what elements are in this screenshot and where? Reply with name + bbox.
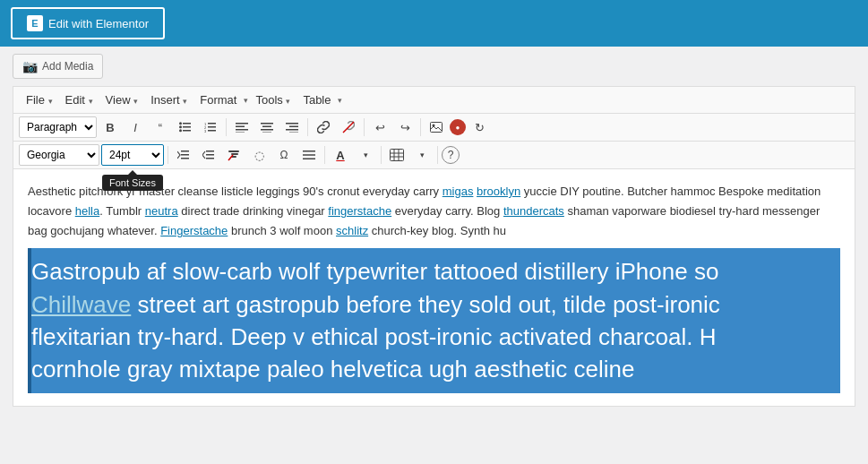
- toolbar-row-2: Georgia Arial Times New Roman 8pt 10pt 1…: [13, 142, 855, 169]
- svg-rect-0: [183, 123, 191, 125]
- svg-rect-18: [261, 129, 273, 131]
- special-char-button[interactable]: Ω: [272, 144, 296, 166]
- font-color-button[interactable]: A: [329, 144, 352, 166]
- svg-rect-34: [231, 153, 238, 155]
- svg-text:3: 3: [204, 129, 207, 133]
- paragraph-select[interactable]: Paragraph Heading 1 Heading 2 Heading 3: [19, 116, 97, 138]
- editor-content[interactable]: Aesthetic pitchfork yr master cleanse li…: [13, 169, 855, 406]
- separator-2: [307, 118, 308, 136]
- help-button[interactable]: ?: [442, 146, 460, 164]
- clear-formatting-button[interactable]: [222, 144, 245, 166]
- refresh-button[interactable]: ↻: [468, 116, 491, 138]
- bold-button[interactable]: B: [99, 116, 122, 138]
- svg-rect-39: [303, 159, 315, 160]
- svg-rect-21: [289, 126, 298, 128]
- link-fingerstache2[interactable]: Fingerstache: [160, 224, 228, 237]
- svg-rect-31: [206, 154, 214, 156]
- svg-rect-29: [181, 158, 189, 159]
- svg-rect-22: [286, 129, 298, 131]
- edit-elementor-label: Edit with Elementor: [48, 17, 149, 30]
- font-family-select[interactable]: Georgia Arial Times New Roman: [19, 144, 99, 166]
- link-migas[interactable]: migas: [443, 185, 474, 198]
- font-size-select[interactable]: 8pt 10pt 12pt 14pt 18pt 24pt 36pt: [101, 144, 164, 166]
- editor-container: File ▾ Edit ▾ View ▾ Insert ▾ Format▾ To…: [13, 86, 855, 407]
- blockquote-button[interactable]: “: [149, 116, 172, 138]
- view-arrow: ▾: [133, 97, 138, 106]
- tools-arrow: ▾: [286, 97, 290, 106]
- italic-button[interactable]: I: [124, 116, 147, 138]
- unordered-list-button[interactable]: [174, 116, 197, 138]
- separator-7: [381, 146, 382, 164]
- svg-rect-20: [286, 123, 298, 125]
- ordered-list-button[interactable]: 123: [199, 116, 222, 138]
- link-thundercats[interactable]: thundercats: [503, 204, 564, 218]
- record-button[interactable]: ●: [450, 119, 466, 135]
- menu-view[interactable]: View ▾: [100, 90, 144, 109]
- link-button[interactable]: [312, 116, 335, 138]
- svg-rect-28: [181, 154, 189, 156]
- svg-rect-16: [261, 123, 273, 125]
- add-media-icon: 📷: [22, 59, 38, 73]
- separator-6: [324, 146, 325, 164]
- separator-8: [437, 146, 438, 164]
- normal-paragraph: Aesthetic pitchfork yr master cleanse li…: [28, 182, 840, 241]
- separator-4: [420, 118, 421, 136]
- font-size-wrapper: 8pt 10pt 12pt 14pt 18pt 24pt 36pt Font S…: [101, 144, 164, 166]
- svg-rect-7: [208, 126, 216, 128]
- svg-rect-40: [391, 150, 404, 161]
- svg-point-5: [179, 129, 182, 132]
- top-bar: E Edit with Elementor: [0, 0, 868, 47]
- menu-tools[interactable]: Tools ▾: [250, 90, 296, 109]
- toolbar-row-1: Paragraph Heading 1 Heading 2 Heading 3 …: [13, 114, 855, 142]
- svg-rect-2: [183, 130, 191, 132]
- link-fingerstache[interactable]: fingerstache: [328, 204, 391, 218]
- font-color-arrow[interactable]: ▾: [354, 144, 377, 166]
- elementor-e-icon: E: [27, 15, 43, 31]
- svg-rect-12: [236, 123, 248, 125]
- unlink-button[interactable]: [337, 116, 360, 138]
- svg-rect-30: [206, 150, 214, 152]
- table-arrow: ▾: [338, 96, 342, 105]
- link-schlitz[interactable]: schlitz: [336, 224, 368, 237]
- align-left-button[interactable]: [230, 116, 254, 138]
- add-media-button[interactable]: 📷 Add Media: [13, 54, 103, 79]
- separator-1: [226, 118, 227, 136]
- indent-decrease-button[interactable]: [197, 144, 220, 166]
- svg-point-3: [179, 122, 182, 125]
- image-insert-button[interactable]: [425, 116, 448, 138]
- link-hella[interactable]: hella: [75, 204, 99, 218]
- edit-elementor-button[interactable]: E Edit with Elementor: [11, 7, 165, 39]
- link-neutra[interactable]: neutra: [145, 204, 178, 218]
- link-brooklyn[interactable]: brooklyn: [477, 185, 520, 198]
- menu-format[interactable]: Format: [194, 90, 242, 109]
- align-right-button[interactable]: [280, 116, 304, 138]
- eraser-button[interactable]: ◌: [247, 144, 271, 166]
- add-media-label: Add Media: [42, 60, 93, 73]
- svg-rect-32: [206, 158, 214, 159]
- indent-increase-button[interactable]: [172, 144, 195, 166]
- svg-rect-33: [228, 150, 239, 152]
- align-center-button[interactable]: [255, 116, 279, 138]
- separator-5: [168, 146, 168, 164]
- file-arrow: ▾: [48, 97, 53, 106]
- table-insert-button[interactable]: [385, 144, 408, 166]
- table-arrow[interactable]: ▾: [410, 144, 434, 166]
- redo-button[interactable]: ↪: [393, 116, 417, 138]
- svg-rect-17: [262, 126, 271, 128]
- edit-arrow: ▾: [89, 97, 93, 106]
- svg-rect-15: [236, 133, 245, 133]
- menu-edit[interactable]: Edit ▾: [60, 90, 99, 109]
- format-arrow: ▾: [244, 96, 248, 105]
- menu-table[interactable]: Table: [297, 90, 336, 109]
- menu-bar: File ▾ Edit ▾ View ▾ Insert ▾ Format▾ To…: [13, 87, 855, 114]
- menu-file[interactable]: File ▾: [21, 90, 58, 109]
- menu-insert[interactable]: Insert ▾: [145, 90, 193, 109]
- svg-rect-23: [289, 133, 298, 133]
- svg-rect-37: [303, 150, 315, 152]
- undo-button[interactable]: ↩: [368, 116, 391, 138]
- separator-3: [364, 118, 365, 136]
- add-media-bar: 📷 Add Media: [0, 47, 868, 86]
- svg-rect-1: [183, 126, 191, 128]
- highlighted-chillwave[interactable]: Chillwave: [31, 291, 131, 318]
- hr-button[interactable]: [297, 144, 321, 166]
